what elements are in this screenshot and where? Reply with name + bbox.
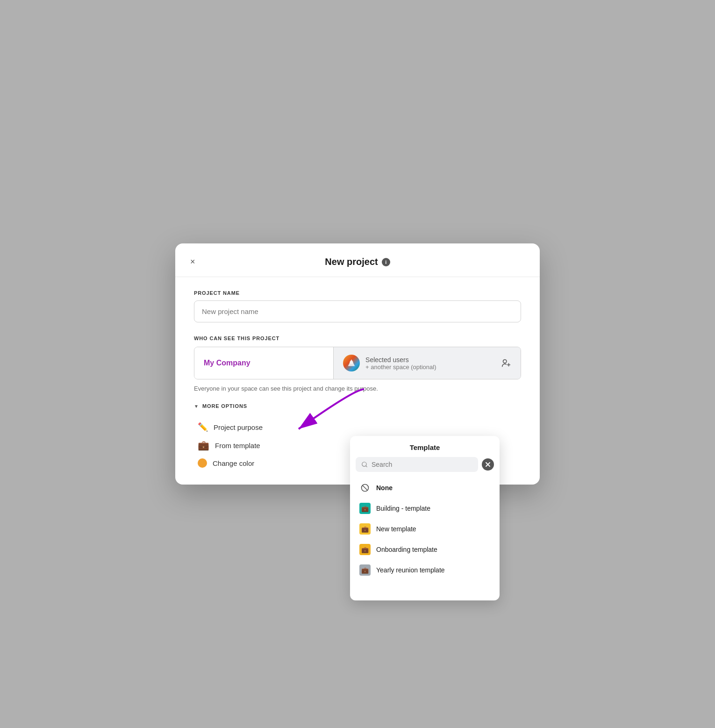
- from-template-label: From template: [215, 442, 260, 450]
- options-grid: ✏️ Project purpose 💼 From template Chang…: [194, 422, 521, 468]
- project-purpose-label: Project purpose: [214, 423, 263, 431]
- space-icon: [343, 355, 360, 371]
- info-icon[interactable]: i: [382, 258, 390, 266]
- new-project-modal: × New project i PROJECT NAME WHO CAN SEE…: [175, 243, 540, 485]
- briefcase-icon: 💼: [198, 440, 209, 451]
- selected-users-optional: + another space (optional): [365, 364, 495, 371]
- pencil-icon: ✏️: [198, 422, 208, 432]
- change-color-option[interactable]: Change color: [198, 458, 355, 468]
- project-name-input[interactable]: [194, 300, 521, 322]
- building-template-label: Building - template: [376, 505, 430, 512]
- svg-point-0: [350, 361, 353, 364]
- company-option[interactable]: My Company: [194, 347, 334, 379]
- visibility-label: WHO CAN SEE THIS PROJECT: [194, 335, 521, 341]
- search-input-wrapper: [356, 457, 478, 472]
- svg-point-1: [503, 360, 507, 363]
- close-button[interactable]: ×: [188, 255, 197, 269]
- search-container: [350, 457, 500, 472]
- template-item-none[interactable]: None: [350, 478, 500, 498]
- change-color-label: Change color: [213, 459, 254, 467]
- modal-header: × New project i: [175, 243, 540, 277]
- visibility-note: Everyone in your space can see this proj…: [194, 385, 521, 392]
- new-template-label: New template: [376, 525, 416, 533]
- project-purpose-option[interactable]: ✏️ Project purpose: [198, 422, 355, 432]
- template-none-label: None: [376, 484, 393, 492]
- from-template-button[interactable]: 💼 From template: [198, 440, 355, 451]
- modal-body: PROJECT NAME WHO CAN SEE THIS PROJECT My…: [175, 277, 540, 485]
- purple-arrow-icon: [252, 385, 373, 441]
- template-dropdown: Template: [350, 436, 500, 600]
- yearly-template-icon: 💼: [359, 564, 371, 576]
- visibility-options: My Company Selected users + another spac…: [194, 347, 521, 379]
- more-options-arrow-icon: ▼: [194, 404, 199, 409]
- yearly-template-label: Yearly reunion template: [376, 566, 445, 574]
- template-search-input[interactable]: [372, 461, 472, 468]
- company-name: My Company: [204, 359, 250, 367]
- template-item-building[interactable]: 💼 Building - template: [350, 498, 500, 519]
- color-dot-icon: [198, 458, 207, 468]
- selected-users-main: Selected users: [365, 356, 495, 364]
- template-item-new[interactable]: 💼 New template: [350, 519, 500, 539]
- onboarding-template-icon: 💼: [359, 544, 371, 555]
- project-name-label: PROJECT NAME: [194, 290, 521, 296]
- building-template-icon: 💼: [359, 503, 371, 514]
- clear-search-button[interactable]: [482, 458, 494, 471]
- onboarding-template-label: Onboarding template: [376, 546, 437, 553]
- dropdown-title: Template: [350, 443, 500, 451]
- none-icon: [359, 482, 371, 493]
- template-list: None 💼 Building - template 💼: [350, 478, 500, 580]
- selected-users-text: Selected users + another space (optional…: [365, 356, 495, 371]
- search-icon: [361, 461, 368, 468]
- add-user-button[interactable]: [501, 358, 511, 368]
- template-item-yearly[interactable]: 💼 Yearly reunion template: [350, 560, 500, 580]
- template-item-onboarding[interactable]: 💼 Onboarding template: [350, 539, 500, 560]
- more-options-label: MORE OPTIONS: [202, 403, 247, 409]
- selected-users-option[interactable]: Selected users + another space (optional…: [334, 347, 521, 379]
- more-options-toggle[interactable]: ▼ MORE OPTIONS: [194, 403, 521, 409]
- modal-title: New project i: [325, 257, 390, 267]
- new-template-icon: 💼: [359, 523, 371, 535]
